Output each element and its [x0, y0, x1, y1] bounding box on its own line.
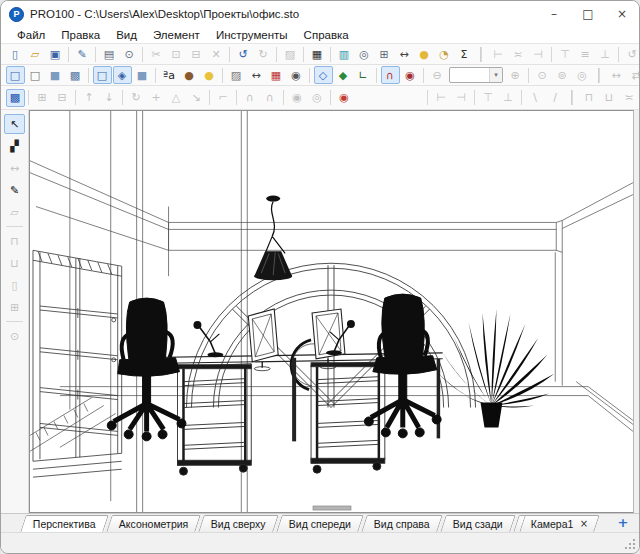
- view-textured-button[interactable]: ▩: [66, 66, 85, 84]
- office-chair-left[interactable]: [107, 298, 186, 441]
- desk-left[interactable]: [292, 358, 296, 442]
- align-edge-center-icon: ≍: [513, 49, 522, 60]
- auto-label-button[interactable]: ªa: [160, 66, 179, 84]
- find-in-project-button[interactable]: ◎: [355, 45, 374, 63]
- texture-fill-button[interactable]: ▨: [227, 66, 246, 84]
- rotate-pivot-icon: ◉: [405, 70, 415, 81]
- delete-button: ✕: [207, 45, 226, 63]
- project-structure-button[interactable]: ⊞: [375, 45, 394, 63]
- snap-axes-button[interactable]: ∟: [354, 66, 373, 84]
- zoom-tool-button: ⊙: [4, 326, 25, 346]
- price-list-icon: ◔: [439, 49, 449, 60]
- combo-dropdown-icon[interactable]: ▾: [489, 68, 502, 82]
- snap-edge-icon: ◆: [339, 70, 347, 81]
- distribute-h-button: ⊙: [533, 66, 552, 84]
- cut-icon: ✂: [151, 49, 160, 60]
- splitter-handle[interactable]: [313, 506, 351, 510]
- status-bar: [1, 532, 639, 553]
- box-solid-button[interactable]: ■: [133, 66, 152, 84]
- view-tab-вид-сверху[interactable]: Вид сверху: [198, 515, 278, 532]
- menu-item-6[interactable]: Справка: [296, 29, 357, 41]
- select-region-button[interactable]: ▩: [6, 89, 25, 107]
- menu-item-4[interactable]: Элемент: [145, 29, 208, 41]
- undo-button[interactable]: ↺: [234, 45, 253, 63]
- save-file-button[interactable]: ▣: [46, 45, 65, 63]
- maximize-button[interactable]: □: [571, 1, 605, 27]
- hint-bulb-icon: ●: [419, 49, 429, 60]
- edge-band-bottom-icon: ⊥: [503, 92, 513, 103]
- minimize-button[interactable]: –: [537, 1, 571, 27]
- show-hidden-icon: ◎: [312, 92, 322, 103]
- tab-camera1[interactable]: Камера1 ×: [519, 515, 599, 532]
- menu-item-1[interactable]: Файл: [9, 29, 53, 41]
- print-preview-button[interactable]: ⊙: [120, 45, 139, 63]
- show-visible-button: ◉: [288, 89, 307, 107]
- element-tool-button[interactable]: ▞: [4, 136, 25, 156]
- pencil-tool-button[interactable]: ✎: [4, 180, 25, 200]
- edge-diag-left-button: \: [526, 89, 545, 107]
- add-view-button[interactable]: +: [615, 515, 631, 530]
- move-object-icon: +: [151, 92, 160, 103]
- pointer-tool-button[interactable]: ↖: [4, 114, 25, 134]
- snap-corner-button[interactable]: ◇: [314, 66, 333, 84]
- new-file-button[interactable]: ▯: [6, 45, 25, 63]
- edit-element-button[interactable]: ✎: [73, 45, 92, 63]
- grid-toggle-button[interactable]: ▦: [267, 66, 286, 84]
- wardrobe[interactable]: [33, 250, 122, 477]
- mirror-object-icon: △: [172, 92, 180, 103]
- menu-item-3[interactable]: Вид: [108, 29, 145, 41]
- report-table-button[interactable]: ▥: [335, 45, 354, 63]
- wall-tool-icon: ⊓: [10, 236, 19, 247]
- view-sketch-button[interactable]: □: [26, 66, 45, 84]
- view-wireframe-button[interactable]: □: [6, 66, 25, 84]
- view-tab-аксонометрия[interactable]: Аксонометрия: [106, 515, 201, 532]
- lamp-wall-button: ∩: [261, 89, 280, 107]
- snap-edge-button[interactable]: ◆: [334, 66, 353, 84]
- close-button[interactable]: ×: [605, 1, 639, 27]
- pointer-tool-icon: ↖: [10, 119, 19, 130]
- visibility-button[interactable]: ◉: [287, 66, 306, 84]
- menu-item-2[interactable]: Правка: [53, 29, 108, 41]
- show-dimensions-button[interactable]: ↔: [395, 45, 414, 63]
- print-button[interactable]: ▤: [100, 45, 119, 63]
- resize-grip[interactable]: [625, 539, 635, 549]
- material-sphere-button[interactable]: ●: [180, 66, 199, 84]
- view-tab-перспектива[interactable]: Перспектива: [20, 515, 108, 532]
- ceiling-lamp[interactable]: [254, 196, 292, 281]
- view-tab-bar: ПерспективаАксонометрияВид сверхуВид спе…: [1, 513, 639, 532]
- view-tab-вид-спереди[interactable]: Вид спереди: [276, 515, 364, 532]
- toolbar-standard: ▯▱▣✎▤⊙✂⊡⊟✕↺↻▨▦▥◎⊞↔●◔Σ⊢≍⊣⊤≡⊥↺↻⇄: [1, 44, 639, 65]
- measure-button[interactable]: ↔: [247, 66, 266, 84]
- menu-item-5[interactable]: Инструменты: [208, 29, 296, 41]
- office-chair-right[interactable]: [364, 294, 441, 438]
- rotate-left-icon: ↺: [627, 49, 636, 60]
- magnet-snap-button[interactable]: ∩: [381, 66, 400, 84]
- settings-grid-button[interactable]: ▦: [308, 45, 327, 63]
- rotate-pivot-button[interactable]: ◉: [401, 66, 420, 84]
- snap-corner-icon: ◇: [319, 70, 327, 81]
- view-solid-button[interactable]: ■: [46, 66, 65, 84]
- edge-band-right-icon: ⊣: [456, 92, 466, 103]
- viewport-canvas[interactable]: [29, 110, 634, 513]
- view-tab-вид-справа[interactable]: Вид справа: [361, 515, 442, 532]
- calculate-sum-button[interactable]: Σ: [455, 45, 474, 63]
- box-wireframe-button[interactable]: □: [93, 66, 112, 84]
- plant[interactable]: [437, 309, 555, 427]
- align-top-icon: ⊤: [560, 49, 570, 60]
- app-icon: P: [9, 7, 24, 22]
- box-edges-button[interactable]: ◈: [113, 66, 132, 84]
- align-middle-icon: ≡: [580, 49, 589, 60]
- open-file-button[interactable]: ▱: [26, 45, 45, 63]
- zoom-level-combo[interactable]: ▾: [449, 67, 503, 83]
- price-list-button[interactable]: ◔: [435, 45, 454, 63]
- help-support-button[interactable]: ◉: [335, 89, 354, 107]
- toolbar-separator: [571, 90, 573, 105]
- light-toggle-button[interactable]: ●: [200, 66, 219, 84]
- toolbar-separator: [598, 68, 600, 83]
- hint-bulb-button[interactable]: ●: [415, 45, 434, 63]
- view-tab-вид-сзади[interactable]: Вид сзади: [440, 515, 515, 532]
- snap-axes-icon: ∟: [358, 70, 367, 81]
- fitting-base-button: ⊔: [600, 89, 619, 107]
- toolbar-separator: [68, 47, 69, 62]
- camera-tab-close-icon[interactable]: ×: [579, 519, 587, 529]
